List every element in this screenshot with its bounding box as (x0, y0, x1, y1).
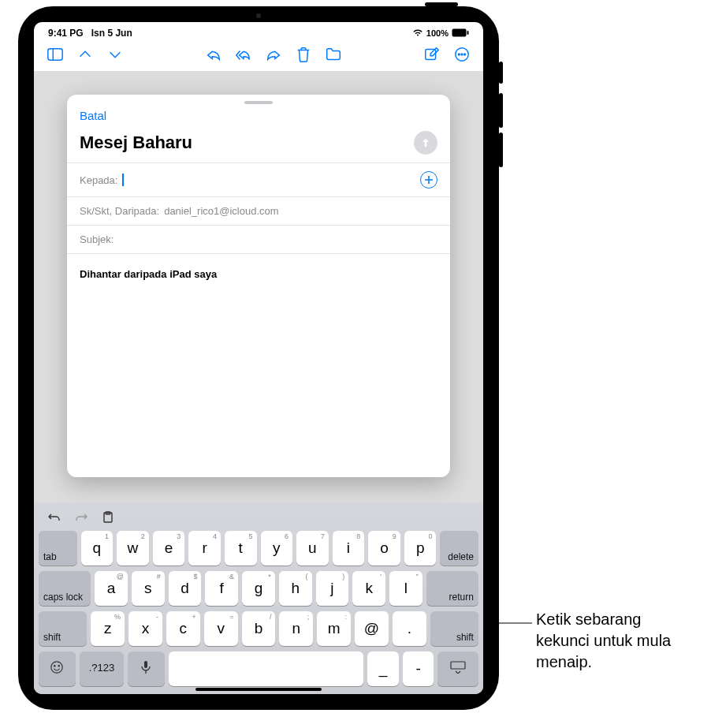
key-d[interactable]: $d (169, 571, 202, 606)
add-contact-button[interactable] (420, 171, 437, 189)
callout-line (494, 552, 540, 629)
key-x[interactable]: -x (128, 611, 162, 646)
clipboard-icon[interactable] (99, 509, 117, 526)
key-m[interactable]: :m (317, 611, 351, 646)
battery-icon (452, 28, 469, 39)
cc-label: Sk/Skt, Daripada: (80, 205, 159, 217)
cancel-button[interactable]: Batal (80, 109, 106, 122)
shift-key-right[interactable]: shift (430, 611, 478, 646)
message-body[interactable]: Dihantar daripada iPad saya (67, 253, 450, 477)
trash-icon[interactable] (293, 44, 314, 65)
shift-key-left[interactable]: shift (39, 611, 87, 646)
svg-rect-16 (144, 661, 147, 668)
status-right: 100% (412, 28, 469, 39)
numbers-key[interactable]: .?123 (80, 651, 125, 686)
status-left: 9:41 PG Isn 5 Jun (48, 28, 132, 39)
battery-percent: 100% (426, 28, 449, 38)
wifi-icon (412, 28, 423, 39)
dismiss-keyboard-key[interactable] (437, 651, 478, 686)
return-key[interactable]: return (426, 571, 478, 606)
key-h[interactable]: (h (279, 571, 312, 606)
key-hyphen[interactable]: - (403, 651, 434, 686)
svg-point-13 (51, 662, 62, 673)
side-button-1[interactable] (499, 62, 503, 84)
sidebar-toggle-icon[interactable] (45, 44, 65, 65)
key-v[interactable]: =v (204, 611, 238, 646)
more-icon[interactable] (452, 44, 472, 65)
chevron-down-icon[interactable] (105, 44, 125, 65)
key-r[interactable]: 4r (188, 531, 221, 566)
key-w[interactable]: 2w (117, 531, 149, 566)
key-f[interactable]: &f (205, 571, 238, 606)
svg-rect-0 (452, 28, 467, 36)
key-p[interactable]: 0p (404, 531, 437, 566)
mic-icon (140, 660, 151, 674)
key-z[interactable]: %z (91, 611, 125, 646)
redo-icon[interactable] (72, 509, 91, 526)
keyboard-row-3: shift %z -x +c =v /b ;n :m @ . shift (39, 611, 478, 646)
compose-icon[interactable] (422, 44, 442, 65)
key-g[interactable]: *g (242, 571, 275, 606)
key-l[interactable]: "l (389, 571, 423, 606)
from-value: daniel_rico1@icloud.com (164, 205, 278, 217)
svg-point-6 (458, 54, 460, 55)
emoji-key[interactable] (39, 651, 76, 686)
folder-icon[interactable] (323, 44, 344, 65)
key-at[interactable]: @ (355, 611, 389, 646)
key-period[interactable]: . (393, 611, 426, 646)
svg-rect-2 (48, 49, 62, 61)
undo-icon[interactable] (45, 509, 64, 526)
status-bar: 9:41 PG Isn 5 Jun 100% (34, 22, 483, 41)
reply-icon[interactable] (203, 44, 224, 65)
key-s[interactable]: #s (132, 571, 165, 606)
keyboard-row-4: .?123 _ - (39, 651, 478, 686)
dictation-key[interactable] (128, 651, 165, 686)
arrow-up-icon (419, 136, 432, 149)
subject-label: Subjek: (80, 233, 114, 245)
power-button[interactable] (425, 2, 458, 6)
keyboard: tab 1q 2w 3e 4r 5t 6y 7u 8i 9o 0p delete… (34, 502, 483, 694)
send-button[interactable] (414, 131, 437, 155)
status-date: Isn 5 Jun (91, 28, 132, 39)
reply-all-icon[interactable] (233, 44, 254, 65)
key-u[interactable]: 7u (296, 531, 329, 566)
key-t[interactable]: 5t (225, 531, 257, 566)
text-cursor (122, 174, 124, 186)
key-underscore[interactable]: _ (367, 651, 399, 686)
key-a[interactable]: @a (95, 571, 128, 606)
key-j[interactable]: )j (316, 571, 349, 606)
key-c[interactable]: +c (166, 611, 200, 646)
cc-field-row[interactable]: Sk/Skt, Daripada: daniel_rico1@icloud.co… (67, 196, 450, 225)
tab-key[interactable]: tab (39, 531, 77, 566)
svg-point-15 (58, 665, 59, 666)
svg-point-14 (54, 665, 55, 666)
chevron-up-icon[interactable] (75, 44, 95, 65)
to-label: Kepada: (80, 174, 117, 186)
svg-rect-18 (451, 662, 465, 669)
to-field-row[interactable]: Kepada: (67, 162, 450, 196)
key-n[interactable]: ;n (279, 611, 313, 646)
subject-field-row[interactable]: Subjek: (67, 225, 450, 253)
delete-key[interactable]: delete (440, 531, 478, 566)
ipad-screen: 9:41 PG Isn 5 Jun 100% (34, 22, 483, 694)
home-indicator[interactable] (195, 688, 322, 691)
volume-down-button[interactable] (499, 133, 503, 167)
key-i[interactable]: 8i (333, 531, 365, 566)
key-b[interactable]: /b (242, 611, 276, 646)
emoji-icon (50, 660, 64, 674)
capslock-key[interactable]: caps lock (39, 571, 91, 606)
key-q[interactable]: 1q (81, 531, 114, 566)
forward-icon[interactable] (263, 44, 284, 65)
svg-rect-1 (467, 31, 469, 35)
space-key[interactable] (169, 651, 363, 686)
key-e[interactable]: 3e (153, 531, 185, 566)
signature-text: Dihantar daripada iPad saya (80, 268, 217, 280)
key-o[interactable]: 9o (368, 531, 400, 566)
volume-up-button[interactable] (499, 93, 503, 128)
key-y[interactable]: 6y (261, 531, 293, 566)
ipad-frame: 9:41 PG Isn 5 Jun 100% (18, 6, 499, 710)
keyboard-row-2: caps lock @a #s $d &f *g (h )j 'k "l ret… (39, 571, 478, 606)
key-k[interactable]: 'k (352, 571, 385, 606)
compose-sheet: Batal Mesej Baharu Kepada: Sk/Skt, Darip… (67, 95, 450, 477)
plus-icon (424, 175, 434, 185)
